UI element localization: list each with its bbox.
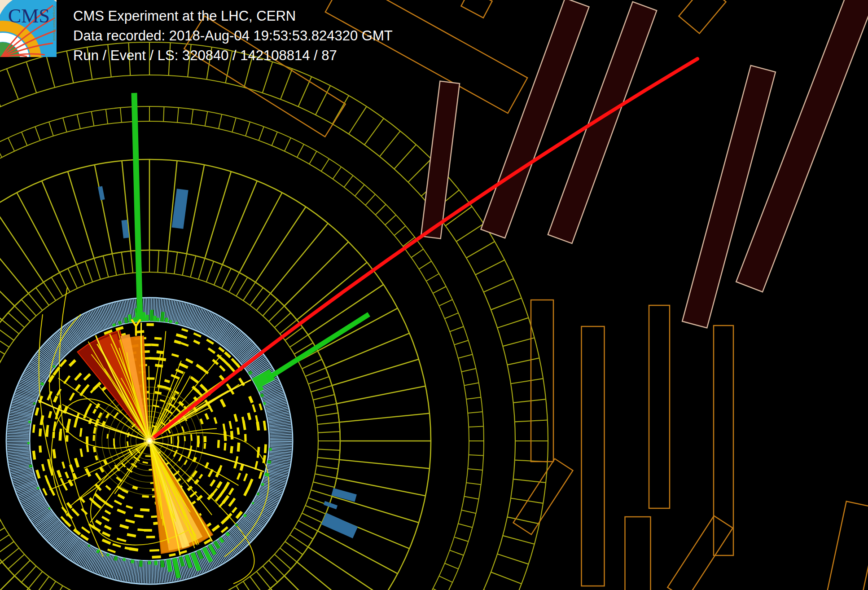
tracker-hit bbox=[154, 337, 162, 340]
logo-subtext: Compact Muon Solenoid bbox=[53, 6, 56, 41]
muon-chamber bbox=[825, 501, 868, 590]
tracker-hit bbox=[129, 547, 139, 551]
cms-event-display: CMS Compact Muon Solenoid CMS Experiment… bbox=[0, 0, 868, 590]
outer-ring-1-cell bbox=[433, 286, 446, 293]
tracker-hit bbox=[171, 353, 179, 357]
tracker-hit bbox=[41, 464, 45, 471]
hcal-inner-cells-cell bbox=[243, 581, 255, 590]
muon-chamber bbox=[461, 0, 492, 18]
hcal-inner-cells-cell bbox=[44, 581, 56, 590]
tracker-hit bbox=[42, 488, 48, 496]
tracker-hit bbox=[95, 520, 102, 525]
hcal-wedges-cell bbox=[187, 165, 204, 254]
tracker-hit bbox=[119, 524, 129, 529]
outer-ring-1-cell bbox=[92, 111, 94, 126]
tracker-hit bbox=[224, 443, 226, 450]
outer-ring-1-cell bbox=[468, 469, 482, 470]
hcal-inner-cells-cell bbox=[190, 256, 196, 277]
tracker-hit bbox=[134, 514, 144, 518]
tracker-hit bbox=[230, 446, 233, 453]
outer-ring-1-cell bbox=[355, 185, 364, 196]
outer-ring-2-cell bbox=[466, 242, 495, 258]
tracker-hit bbox=[45, 430, 49, 437]
outer-ring-2-cell bbox=[497, 554, 528, 564]
tracker-hit bbox=[94, 502, 102, 509]
outer-ring-2-cell bbox=[66, 51, 73, 83]
hcal-wedges-cell bbox=[337, 386, 425, 404]
tracker-hit bbox=[69, 392, 75, 401]
outer-ring-1-cell bbox=[450, 326, 464, 331]
hcal-inner-cells-cell bbox=[263, 566, 278, 582]
tracker-hit bbox=[149, 549, 159, 552]
header-experiment-title: CMS Experiment at the LHC, CERN bbox=[73, 6, 393, 26]
tracker-hit bbox=[193, 339, 200, 344]
tracker-hit bbox=[264, 444, 267, 453]
outer-ring-1-cell bbox=[376, 204, 386, 215]
tracker-hit bbox=[83, 373, 91, 381]
outer-ring-1-cell bbox=[106, 109, 108, 124]
ecal-deposit bbox=[27, 442, 30, 444]
tracker-hit bbox=[112, 543, 121, 548]
hcal-inner-cells-cell bbox=[263, 299, 278, 316]
hcal-inner-cells-cell bbox=[0, 528, 5, 539]
tracker-hit bbox=[59, 432, 62, 441]
hcal-wedges-cell bbox=[0, 576, 15, 590]
tracker-hit bbox=[79, 449, 83, 457]
muon-chamber bbox=[714, 326, 733, 555]
tracker-hit bbox=[146, 323, 153, 326]
muon-chamber bbox=[513, 459, 573, 535]
outer-ring-2-cell bbox=[511, 379, 543, 383]
hcal-inner-cells-cell bbox=[290, 335, 308, 347]
tracker-hit bbox=[197, 495, 203, 501]
outer-ring-1-cell bbox=[466, 483, 481, 484]
ecal-deposit bbox=[165, 317, 168, 322]
hcal-wedges-cell bbox=[255, 207, 306, 282]
muon-chamber bbox=[531, 300, 553, 462]
outer-ring-1-cell bbox=[445, 564, 459, 569]
outer-ring-1-cell bbox=[177, 108, 179, 123]
hcal-wedges-cell bbox=[95, 165, 112, 254]
hcal-inner-cells-cell bbox=[311, 490, 332, 496]
ecal-deposit bbox=[150, 310, 153, 321]
hcal-inner-cells-cell bbox=[60, 273, 70, 292]
tracker-hit bbox=[114, 500, 122, 506]
hcal-inner-cells-cell bbox=[0, 351, 0, 361]
tracker-hit bbox=[93, 446, 96, 452]
tracker-hit bbox=[75, 384, 81, 391]
hcal-wedges-cell bbox=[0, 589, 28, 590]
hcal-wedges-cell bbox=[239, 193, 282, 273]
tracker-hit bbox=[217, 440, 220, 448]
hcal-inner-cells-cell bbox=[257, 294, 271, 311]
ecal-deposit bbox=[28, 421, 31, 423]
tracker-hit bbox=[199, 418, 203, 424]
hcal-inner-cells-cell bbox=[158, 251, 159, 273]
tracker-hit bbox=[74, 418, 78, 428]
beam-spot-core bbox=[148, 440, 151, 442]
tracker-hit bbox=[66, 435, 69, 442]
tracker-hit bbox=[56, 388, 61, 396]
hcal-inner-cells-cell bbox=[294, 528, 313, 539]
tracker-hit bbox=[171, 436, 172, 444]
hcal-inner-cells-cell bbox=[302, 359, 322, 369]
tracker-hit bbox=[247, 479, 254, 489]
outer-ring-2-cell bbox=[263, 62, 273, 93]
hcal-inner-cells-cell bbox=[222, 269, 231, 288]
hcal-inner-cells-cell bbox=[0, 343, 5, 354]
tracker-hit bbox=[233, 414, 238, 422]
tracker-hit bbox=[226, 383, 232, 390]
tracker-hit bbox=[79, 428, 83, 437]
ecal-deposit bbox=[146, 315, 149, 321]
cms-logo: CMS Compact Muon Solenoid bbox=[0, 0, 57, 57]
tracker-hit bbox=[74, 458, 79, 467]
hcal-wedges-cell bbox=[68, 172, 94, 258]
hcal-inner-cells-cell bbox=[0, 520, 0, 531]
hcal-inner-cells-cell bbox=[317, 458, 339, 460]
muon-chamber bbox=[625, 517, 651, 590]
tracker-hit bbox=[92, 409, 97, 414]
outer-ring-1-cell bbox=[309, 151, 317, 164]
detector-canvas bbox=[0, 0, 868, 590]
tracker-hit bbox=[181, 426, 185, 432]
tracker-hit bbox=[259, 471, 263, 479]
met-line bbox=[267, 314, 369, 379]
hcal-inner-cells-cell bbox=[36, 288, 49, 305]
